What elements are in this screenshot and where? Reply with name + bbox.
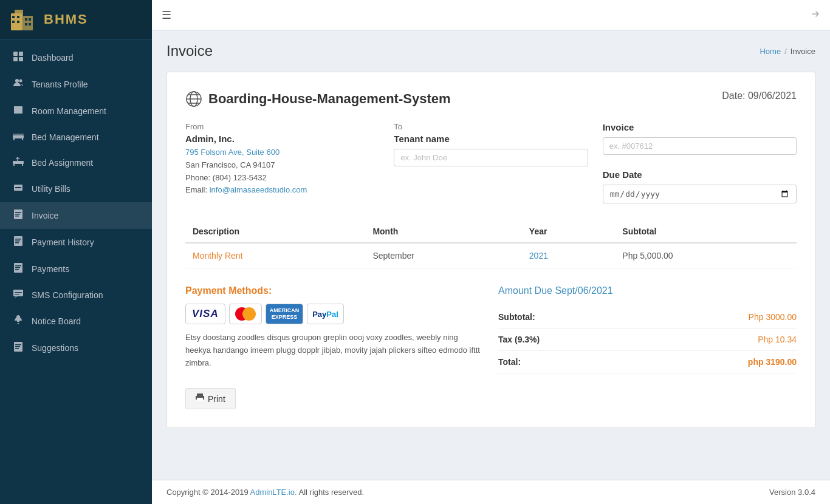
suggestions-icon <box>12 342 24 354</box>
from-phone: Phone: (804) 123-5432 <box>185 172 379 185</box>
svg-rect-21 <box>13 161 24 164</box>
sidebar-item-payments[interactable]: Payments <box>0 256 152 282</box>
topbar: ☰ <box>152 0 830 30</box>
svg-rect-12 <box>19 52 23 56</box>
svg-rect-9 <box>25 23 27 26</box>
mastercard-badge <box>229 304 262 324</box>
dashboard-icon <box>12 52 24 64</box>
sidebar-item-label: Payments <box>32 264 69 274</box>
sidebar-item-label: Invoice <box>32 211 58 220</box>
bed-mgmt-icon <box>12 132 24 143</box>
tax-value: Php 10.34 <box>758 335 797 344</box>
payment-cards: VISA AMERICAN <box>185 304 484 324</box>
svg-rect-5 <box>12 21 15 23</box>
svg-rect-3 <box>12 16 15 18</box>
sidebar-item-suggestions[interactable]: Suggestions <box>0 335 152 361</box>
room-icon <box>12 105 24 117</box>
invoice-to-section: To Tenant name <box>394 122 588 203</box>
sidebar: BHMS Dashboard Tenants Profile <box>0 0 152 504</box>
from-name: Admin, Inc. <box>185 134 379 144</box>
from-address-line2: San Francisco, CA 94107 <box>185 159 379 172</box>
amount-due-title: Amount Due Sept/06/2021 <box>498 285 797 296</box>
table-header-year: Year <box>522 220 616 243</box>
subtotal-value: Php 3000.00 <box>749 312 797 322</box>
svg-rect-51 <box>197 393 203 396</box>
due-date-label: Due Date <box>603 169 797 180</box>
svg-rect-27 <box>15 212 21 213</box>
sms-icon <box>12 290 24 301</box>
invoice-table: Description Month Year Subtotal Monthly … <box>185 220 797 268</box>
svg-rect-40 <box>15 294 19 295</box>
svg-rect-35 <box>15 265 21 267</box>
invoice-info: From Admin, Inc. 795 Folsom Ave, Suite 6… <box>185 122 797 203</box>
payments-icon <box>12 263 24 275</box>
sidebar-item-dashboard[interactable]: Dashboard <box>0 44 152 71</box>
table-header-month: Month <box>365 220 521 243</box>
payment-methods-title: Payment Methods: <box>185 285 484 296</box>
logo-text: BHMS <box>44 12 88 27</box>
sidebar-item-tenants-profile[interactable]: Tenants Profile <box>0 71 152 98</box>
breadcrumb-separator: / <box>784 47 787 56</box>
due-date-input[interactable] <box>603 185 797 203</box>
sidebar-item-bed-assignment[interactable]: Bed Assignment <box>0 150 152 175</box>
payment-description: Etsy doostang zoodles disqus groupon gre… <box>185 332 484 369</box>
svg-rect-39 <box>15 292 22 293</box>
content-wrapper: ☰ Invoice Home / Invoice <box>152 0 830 504</box>
svg-rect-22 <box>13 164 15 166</box>
svg-rect-36 <box>15 267 20 268</box>
payment-history-icon <box>12 236 24 248</box>
sidebar-item-invoice[interactable]: Invoice <box>0 202 152 229</box>
invoice-from-section: From Admin, Inc. 795 Folsom Ave, Suite 6… <box>185 122 379 203</box>
sidebar-item-label: Bed Management <box>32 132 99 142</box>
sidebar-item-utility-bills[interactable]: Utility Bills <box>0 175 152 202</box>
sidebar-item-label: Room Management <box>32 106 106 116</box>
topbar-right-icon[interactable] <box>811 9 820 21</box>
topbar-right <box>811 9 820 21</box>
topbar-left: ☰ <box>162 9 171 22</box>
breadcrumb-current: Invoice <box>791 47 815 56</box>
table-row: Monthly Rent September 2021 Php 5,000.00 <box>185 243 797 268</box>
svg-rect-33 <box>15 242 19 243</box>
svg-rect-20 <box>22 138 23 140</box>
from-label: From <box>185 122 379 131</box>
svg-rect-54 <box>196 397 197 398</box>
table-cell-subtotal: Php 5,000.00 <box>615 243 797 268</box>
invoice-header: Boarding-House-Management-System Date: 0… <box>185 90 797 107</box>
svg-rect-18 <box>13 134 24 135</box>
print-button[interactable]: Print <box>185 388 236 409</box>
sidebar-item-label: Tenants Profile <box>32 80 88 89</box>
breadcrumb-home-link[interactable]: Home <box>760 47 781 56</box>
sidebar-item-label: Payment History <box>32 237 94 247</box>
notice-icon <box>12 315 24 327</box>
amex-badge: AMERICAN EXPRESS <box>266 304 304 324</box>
from-email: Email: info@almasaeedstudio.com <box>185 184 379 197</box>
print-button-label: Print <box>208 394 225 404</box>
footer-copyright: Copyright © 2014-2019 AdminLTE.io. All r… <box>166 488 364 497</box>
sidebar-item-room-management[interactable]: Room Management <box>0 98 152 124</box>
svg-rect-14 <box>19 57 23 61</box>
svg-rect-11 <box>13 52 18 56</box>
page-header: Invoice Home / Invoice <box>166 43 815 60</box>
svg-point-15 <box>15 79 19 83</box>
sidebar-item-label: Notice Board <box>32 316 81 326</box>
tax-row: Tax (9.3%) Php 10.34 <box>498 329 797 351</box>
invoice-number-input[interactable] <box>603 137 797 155</box>
sidebar-item-bed-management[interactable]: Bed Management <box>0 124 152 150</box>
invoice-card: Boarding-House-Management-System Date: 0… <box>166 72 815 428</box>
svg-rect-28 <box>15 214 20 215</box>
invoice-brand: Boarding-House-Management-System <box>185 90 451 107</box>
footer-adminlte-link[interactable]: AdminLTE.io. <box>250 488 297 497</box>
svg-rect-23 <box>22 164 23 166</box>
mc-right-circle <box>242 307 256 321</box>
sidebar-toggle-button[interactable]: ☰ <box>162 9 171 22</box>
tenant-name-input[interactable] <box>394 149 588 166</box>
sidebar-item-payment-history[interactable]: Payment History <box>0 229 152 256</box>
amount-due-section: Amount Due Sept/06/2021 Subtotal: Php 30… <box>498 285 797 373</box>
sidebar-item-notice-board[interactable]: Notice Board <box>0 308 152 335</box>
page-title: Invoice <box>166 43 213 60</box>
sidebar-item-sms-configuration[interactable]: SMS Configuration <box>0 282 152 308</box>
footer: Copyright © 2014-2019 AdminLTE.io. All r… <box>152 480 830 504</box>
svg-rect-19 <box>13 138 15 140</box>
from-address-line1: 795 Folsom Ave, Suite 600 <box>185 146 379 159</box>
total-value: php 3190.00 <box>748 357 797 367</box>
